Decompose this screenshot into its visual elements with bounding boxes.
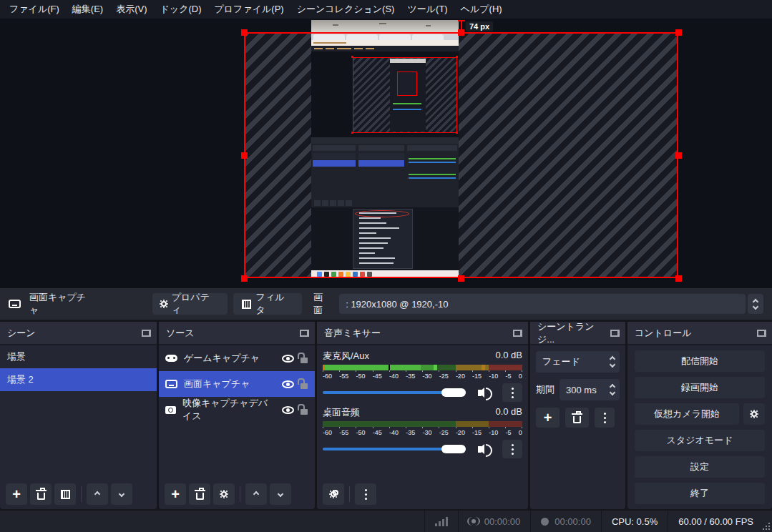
recursive-bookmarks-bar	[311, 40, 459, 46]
controls-panel: コントロール 配信開始 録画開始 仮想カメラ開始 スタジオモード 設定 終了	[627, 322, 772, 509]
meter-tickline	[323, 427, 522, 428]
chevron-down-icon	[610, 390, 615, 395]
unlock-icon[interactable]	[301, 358, 308, 363]
selected-source-name: 画面キャプチャ	[29, 291, 95, 317]
start-virtual-camera-button[interactable]: 仮想カメラ開始	[635, 403, 739, 425]
source-toolbar: 画面キャプチャ プロパティ フィルタ 画面 : 1920x1080 @ 1920…	[0, 288, 772, 320]
fps-value: 60.00 / 60.00 FPS	[678, 516, 753, 527]
volume-slider[interactable]	[323, 391, 466, 394]
stream-time-value: 00:00:00	[484, 516, 521, 527]
transition-select[interactable]: フェード	[536, 351, 620, 373]
filters-button[interactable]: フィルタ	[233, 293, 303, 315]
properties-label: プロパティ	[172, 291, 219, 317]
unlock-icon[interactable]	[301, 409, 308, 415]
move-source-down-button[interactable]	[270, 483, 291, 505]
popout-icon[interactable]	[300, 330, 309, 337]
handle-bottom-center[interactable]	[458, 275, 464, 282]
transitions-header: シーントランジ...	[530, 322, 625, 345]
handle-bottom-left[interactable]	[241, 275, 248, 282]
selected-source-area[interactable]	[244, 32, 678, 278]
properties-button[interactable]: プロパティ	[152, 293, 228, 315]
remove-transition-button[interactable]	[565, 408, 589, 428]
remove-scene-button[interactable]	[30, 483, 52, 505]
source-item-video-capture-device[interactable]: 映像キャプチャデバイス	[159, 397, 315, 423]
signal-bars-icon	[435, 516, 448, 526]
add-source-button[interactable]: +	[165, 483, 186, 505]
duration-spinbox[interactable]: 300 ms	[560, 379, 620, 400]
move-scene-down-button[interactable]	[111, 483, 132, 505]
visibility-eye-icon[interactable]	[282, 406, 294, 414]
filter-icon	[61, 490, 70, 499]
handle-top-left[interactable]	[241, 29, 248, 36]
stream-timer: 00:00:00	[458, 511, 531, 532]
menu-view[interactable]: 表示(V)	[109, 0, 153, 19]
resize-grip[interactable]	[763, 523, 770, 530]
volume-slider-handle[interactable]	[441, 388, 466, 397]
handle-mid-right[interactable]	[675, 152, 682, 159]
menu-docks[interactable]: ドック(D)	[154, 0, 208, 19]
move-source-up-button[interactable]	[245, 483, 267, 505]
source-properties-button[interactable]	[213, 483, 235, 505]
speaker-icon[interactable]	[478, 390, 482, 396]
menu-edit[interactable]: 編集(E)	[66, 0, 109, 19]
volume-slider-handle[interactable]	[441, 445, 466, 453]
broadcast-icon	[471, 519, 476, 523]
preview-canvas[interactable]: 74 px	[0, 19, 772, 288]
move-scene-up-button[interactable]	[87, 483, 108, 505]
duration-spinner[interactable]	[605, 385, 620, 395]
mixer-channel-mic: 麦克风/Aux 0.0 dB -60-55-50 -45-40-35 -30-2…	[317, 350, 528, 402]
source-item-game-capture[interactable]: ゲームキャプチャ	[159, 345, 315, 371]
controls-header: コントロール	[627, 322, 772, 345]
record-icon	[541, 518, 549, 526]
handle-bottom-right[interactable]	[675, 275, 682, 282]
start-streaming-button[interactable]: 配信開始	[635, 350, 765, 372]
channel-menu-button[interactable]	[502, 383, 522, 402]
settings-button[interactable]: 設定	[635, 456, 765, 478]
start-recording-button[interactable]: 録画開始	[635, 377, 765, 398]
channel-menu-button[interactable]	[502, 440, 522, 458]
popout-icon[interactable]	[513, 330, 522, 337]
meter-tickline	[323, 370, 522, 372]
menu-tools[interactable]: ツール(T)	[401, 0, 454, 19]
display-combobox-spinner[interactable]	[748, 294, 763, 314]
kebab-icon	[512, 388, 514, 398]
trash-icon	[573, 416, 581, 423]
virtual-camera-config-button[interactable]	[743, 403, 765, 425]
menu-profile[interactable]: プロファイル(P)	[207, 0, 290, 19]
mixer-menu-button[interactable]	[355, 483, 376, 505]
scene-item-2-selected[interactable]: 場景 2	[0, 368, 157, 391]
popout-icon[interactable]	[610, 330, 620, 337]
add-scene-button[interactable]: +	[6, 483, 27, 505]
display-combobox[interactable]: : 1920x1080 @ 1920,-10	[339, 294, 746, 314]
popout-icon[interactable]	[142, 330, 151, 337]
handle-top-right[interactable]	[675, 29, 682, 36]
speaker-icon[interactable]	[478, 446, 482, 453]
visibility-eye-icon[interactable]	[282, 355, 294, 363]
transition-menu-button[interactable]	[595, 408, 615, 428]
advanced-audio-button[interactable]	[323, 483, 344, 505]
kebab-icon	[604, 413, 606, 423]
volume-slider[interactable]	[323, 448, 466, 450]
scene-filters-button[interactable]	[54, 483, 76, 505]
menu-file[interactable]: ファイル(F)	[3, 0, 66, 19]
chevron-up-icon	[94, 491, 100, 497]
mixer-title: 音声ミキサー	[324, 327, 513, 340]
popout-icon[interactable]	[757, 330, 766, 337]
menu-help[interactable]: ヘルプ(H)	[454, 0, 509, 19]
unlock-icon[interactable]	[301, 383, 308, 389]
remove-source-button[interactable]	[189, 483, 210, 505]
handle-mid-left[interactable]	[241, 152, 248, 159]
scene-item-1[interactable]: 場景	[0, 345, 157, 368]
studio-mode-button[interactable]: スタジオモード	[635, 430, 765, 451]
meter-tick-labels: -60-55-50 -45-40-35 -30-25-20 -15-10-5 0	[323, 429, 522, 436]
visibility-eye-icon[interactable]	[282, 380, 294, 388]
gear-icon	[221, 491, 227, 497]
source-label: 映像キャプチャデバイス	[182, 397, 275, 423]
kebab-icon	[512, 444, 514, 455]
add-transition-button[interactable]: +	[536, 408, 560, 428]
source-item-display-capture-selected[interactable]: 画面キャプチャ	[159, 371, 315, 397]
scenes-title: シーン	[7, 327, 142, 340]
menu-scene-collection[interactable]: シーンコレクション(S)	[290, 0, 401, 19]
exit-button[interactable]: 終了	[635, 483, 765, 504]
filter-icon	[242, 300, 251, 309]
